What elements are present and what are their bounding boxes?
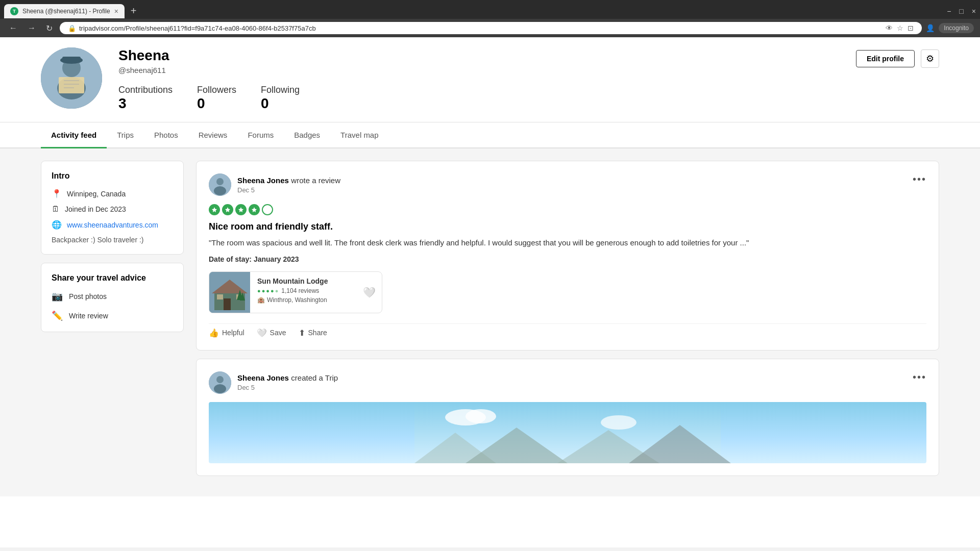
post-photos-label: Post photos: [69, 292, 107, 300]
address-bar-row: ← → ↻ 🔒 tripadvisor.com/Profile/sheenaj6…: [0, 19, 980, 37]
star-1: [209, 204, 220, 215]
browser-window: T Sheena (@sheenaj611) - Profile × + − □…: [0, 0, 980, 37]
save-button[interactable]: 🤍 Save: [257, 328, 286, 338]
back-button[interactable]: ←: [6, 22, 20, 34]
venue-star-2: ●: [262, 288, 265, 294]
tab-photos[interactable]: Photos: [144, 122, 188, 147]
bio-text: Backpacker :) Solo traveler :): [52, 236, 173, 244]
tab-forums[interactable]: Forums: [237, 122, 284, 147]
close-btn[interactable]: ×: [972, 7, 976, 15]
forward-button[interactable]: →: [24, 22, 39, 34]
write-review-item[interactable]: ✏️ Write review: [52, 310, 173, 321]
review-user-name-row: Sheena Jones wrote a review: [237, 176, 340, 185]
venue-star-5: ●: [275, 288, 279, 294]
trip-more-button[interactable]: •••: [913, 371, 926, 383]
tab-trips[interactable]: Trips: [107, 122, 144, 147]
joined-text: Joined in Dec 2023: [65, 205, 126, 213]
website-link[interactable]: www.sheenaadvantures.com: [67, 221, 158, 229]
star-2: [222, 204, 233, 215]
svg-marker-12: [212, 207, 217, 212]
helpful-button[interactable]: 👍 Helpful: [209, 328, 244, 338]
review-user-details: Sheena Jones wrote a review Dec 5: [237, 176, 340, 194]
save-label: Save: [270, 329, 286, 337]
venue-star-4: ●: [271, 288, 274, 294]
post-photos-item[interactable]: 📷 Post photos: [52, 291, 173, 302]
profile-info: Sheena @sheenaj611 Contributions 3 Follo…: [118, 47, 939, 112]
tab-reviews[interactable]: Reviews: [188, 122, 238, 147]
svg-point-30: [601, 415, 636, 430]
tab-close-btn[interactable]: ×: [114, 7, 118, 15]
review-user-info: Sheena Jones wrote a review Dec 5: [209, 173, 340, 196]
tab-title: Sheena (@sheenaj611) - Profile: [22, 8, 110, 15]
venue-location: 🏨 Winthrop, Washington: [257, 296, 350, 304]
share-icon: ⬆: [299, 328, 305, 338]
following-stat[interactable]: Following 0: [261, 85, 300, 112]
trip-user-name-row: Sheena Jones created a Trip: [237, 373, 338, 383]
followers-stat[interactable]: Followers 0: [197, 85, 236, 112]
svg-point-29: [465, 409, 496, 423]
trip-action-text: created a Trip: [291, 373, 338, 382]
tabs-navigation: Activity feed Trips Photos Reviews Forum…: [0, 122, 980, 148]
globe-icon: 🌐: [52, 220, 62, 230]
advice-heading: Share your travel advice: [52, 273, 173, 283]
joined-item: 🗓 Joined in Dec 2023: [52, 205, 173, 214]
profile-header: Sheena @sheenaj611 Contributions 3 Follo…: [0, 37, 980, 122]
gear-icon: ⚙: [926, 53, 934, 64]
tab-favicon: T: [10, 7, 18, 15]
venue-image: [209, 272, 250, 313]
new-tab-btn[interactable]: +: [127, 3, 141, 19]
review-title: Nice room and friendly staff.: [209, 221, 926, 232]
trip-user-avatar: [209, 371, 231, 394]
edit-profile-button[interactable]: Edit profile: [856, 50, 915, 67]
active-tab[interactable]: T Sheena (@sheenaj611) - Profile ×: [4, 4, 125, 18]
date-of-stay-value: January 2023: [254, 255, 299, 263]
minimize-btn[interactable]: −: [947, 7, 951, 15]
svg-rect-8: [62, 57, 81, 63]
camera-icon: 📷: [52, 291, 63, 302]
intro-heading: Intro: [52, 171, 173, 181]
review-more-button[interactable]: •••: [913, 173, 926, 185]
tab-badges[interactable]: Badges: [284, 122, 330, 147]
share-button[interactable]: ⬆ Share: [299, 328, 327, 338]
star-3: [235, 204, 247, 215]
edit-profile-area: Edit profile ⚙: [856, 49, 939, 68]
location-icon: 📍: [52, 189, 62, 198]
venue-star-3: ●: [266, 288, 270, 294]
star-icon[interactable]: ☆: [897, 24, 903, 32]
svg-rect-20: [217, 294, 223, 299]
svg-point-11: [214, 186, 226, 195]
helpful-label: Helpful: [222, 329, 244, 337]
tab-activity-feed[interactable]: Activity feed: [41, 122, 107, 147]
review-date: Dec 5: [237, 186, 340, 194]
star-4: [249, 204, 260, 215]
avatar: [41, 47, 102, 109]
extension-icon: ⊡: [908, 24, 914, 32]
stats-row: Contributions 3 Followers 0 Following 0: [118, 85, 939, 112]
contributions-label: Contributions: [118, 85, 173, 95]
thumbs-up-icon: 👍: [209, 328, 219, 338]
svg-rect-19: [224, 298, 231, 310]
main-layout: Intro 📍 Winnipeg, Canada 🗓 Joined in Dec…: [0, 148, 980, 496]
venue-save-icon[interactable]: 🤍: [357, 272, 382, 313]
settings-button[interactable]: ⚙: [921, 49, 939, 68]
review-user-avatar: [209, 173, 231, 196]
svg-rect-3: [59, 77, 84, 93]
maximize-btn[interactable]: □: [959, 7, 963, 15]
review-action-text: wrote a review: [291, 176, 340, 185]
review-text: "The room was spacious and well lit. The…: [209, 237, 926, 249]
venue-location-text: Winthrop, Washington: [267, 296, 327, 304]
trip-feed-card: Sheena Jones created a Trip Dec 5 •••: [196, 359, 939, 476]
activity-feed: Sheena Jones wrote a review Dec 5 •••: [196, 161, 939, 484]
venue-reviews: 1,104 reviews: [281, 287, 319, 294]
review-user-name: Sheena Jones: [237, 176, 289, 185]
address-bar[interactable]: 🔒 tripadvisor.com/Profile/sheenaj611?fid…: [60, 22, 922, 34]
refresh-button[interactable]: ↻: [43, 22, 56, 34]
contributions-stat: Contributions 3: [118, 85, 173, 112]
tab-travel-map[interactable]: Travel map: [330, 122, 388, 147]
trip-card-header: Sheena Jones created a Trip Dec 5 •••: [209, 371, 926, 394]
venue-name: Sun Mountain Lodge: [257, 277, 350, 285]
incognito-badge: Incognito: [939, 23, 974, 33]
following-value: 0: [261, 95, 300, 112]
star-5-empty: [262, 204, 273, 215]
venue-card[interactable]: Sun Mountain Lodge ● ● ● ● ● 1,104 revie…: [209, 271, 382, 313]
